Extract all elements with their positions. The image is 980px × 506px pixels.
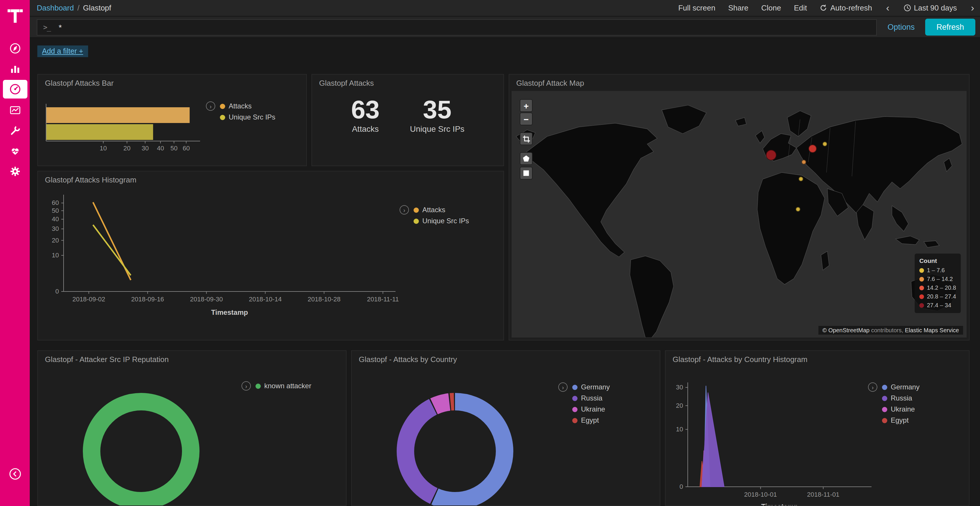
legend-dot	[220, 114, 225, 120]
chart-legend: › known attacker	[242, 381, 311, 390]
sidebar-item-timelion[interactable]	[0, 100, 30, 120]
refresh-button[interactable]: Refresh	[925, 19, 975, 36]
add-filter-link[interactable]: Add a filter +	[37, 46, 88, 57]
map-controls: + −	[520, 99, 533, 179]
svg-text:40: 40	[157, 144, 164, 152]
share-button[interactable]: Share	[728, 3, 748, 12]
sidebar-item-discover[interactable]	[0, 38, 30, 58]
legend-item[interactable]: Unique Src IPs	[414, 217, 469, 225]
time-back-chevron[interactable]: ‹	[885, 3, 891, 13]
openstreetmap-link[interactable]: © OpenStreetMap	[822, 327, 870, 333]
map-marker	[809, 145, 817, 153]
legend-dot	[572, 395, 578, 401]
country-donut-chart	[352, 351, 660, 506]
svg-text:2018-11-01: 2018-11-01	[807, 491, 839, 498]
time-forward-chevron[interactable]: ›	[970, 3, 975, 13]
options-link[interactable]: Options	[888, 23, 915, 32]
metric-label: Attacks	[351, 124, 380, 134]
kibana-dashboard-page: Dashboard / Glastopf Full screen Share C…	[0, 0, 980, 506]
clone-button[interactable]: Clone	[761, 3, 781, 12]
svg-text:Timestamp: Timestamp	[211, 308, 248, 316]
legend-toggle[interactable]: ›	[399, 205, 409, 214]
metric-label: Unique Src IPs	[410, 124, 465, 134]
breadcrumb-dashboard-link[interactable]: Dashboard	[37, 3, 74, 12]
legend-item[interactable]: Egypt	[882, 416, 920, 424]
legend-dot	[920, 303, 924, 308]
legend-dot	[414, 207, 419, 213]
legend-toggle[interactable]: ›	[206, 102, 215, 111]
legend-item[interactable]: Unique Src IPs	[220, 113, 275, 121]
map-marker	[796, 207, 800, 212]
topbar-actions: Full screen Share Clone Edit Auto-refres…	[678, 3, 975, 13]
sidebar-item-monitoring[interactable]	[0, 141, 30, 161]
map-zoom-in-button[interactable]: +	[520, 99, 533, 112]
legend-toggle[interactable]: ›	[558, 382, 568, 392]
svg-text:20: 20	[123, 144, 130, 152]
map-legend-item: 20.8 – 27.4	[920, 292, 956, 301]
legend-item[interactable]: Germany	[572, 383, 610, 391]
legend-dot	[882, 384, 887, 390]
sidebar-item-management[interactable]	[0, 161, 30, 181]
legend-label: Attacks	[422, 206, 445, 214]
map-zoom-out-button[interactable]: −	[520, 113, 533, 125]
crop-icon	[522, 135, 530, 143]
svg-text:20: 20	[676, 402, 683, 409]
legend-dot	[882, 407, 887, 412]
svg-text:60: 60	[52, 199, 59, 206]
legend-dot	[882, 395, 887, 401]
map-marker	[766, 150, 776, 160]
query-prompt-icon: >_	[43, 23, 51, 31]
sidebar-item-dashboard[interactable]	[0, 79, 30, 100]
legend-item[interactable]: Ukraine	[572, 405, 610, 413]
svg-text:10: 10	[52, 252, 59, 259]
legend-toggle[interactable]: ›	[868, 382, 877, 392]
time-picker-button[interactable]: Last 90 days	[903, 3, 957, 12]
legend-item[interactable]: Egypt	[572, 416, 610, 424]
legend-label: Russia	[581, 394, 602, 402]
legend-item[interactable]: Ukraine	[882, 405, 920, 413]
svg-text:30: 30	[52, 225, 59, 232]
sidebar-item-dev-tools[interactable]	[0, 120, 30, 141]
panel-title: Glastopf - Attacks by Country Histogram	[673, 355, 807, 364]
wrench-icon	[9, 124, 21, 136]
legend-item[interactable]: known attacker	[256, 382, 311, 390]
world-map	[512, 91, 967, 338]
legend-label: Attacks	[229, 102, 252, 110]
legend-item[interactable]: Russia	[572, 394, 610, 402]
elastic-maps-link[interactable]: Elastic Maps Service	[905, 327, 959, 333]
legend-toggle[interactable]: ›	[242, 381, 251, 390]
legend-dot	[920, 294, 924, 299]
legend-dot	[256, 383, 261, 389]
legend-label: Egypt	[581, 416, 599, 424]
legend-item[interactable]: Germany	[882, 383, 920, 391]
sidebar-collapse-button[interactable]	[0, 468, 30, 481]
map-crop-tool-button[interactable]	[520, 132, 533, 145]
edit-button[interactable]: Edit	[794, 3, 807, 12]
auto-refresh-button[interactable]: Auto-refresh	[820, 3, 872, 12]
svg-text:2018-10-28: 2018-10-28	[308, 295, 340, 303]
telekom-logo-icon	[7, 5, 22, 23]
map-polygon-tool-button[interactable]	[520, 152, 533, 165]
map-rectangle-tool-button[interactable]	[520, 167, 533, 179]
search-input[interactable]	[59, 22, 175, 32]
legend-item[interactable]: Attacks	[220, 102, 275, 110]
legend-item[interactable]: Russia	[882, 394, 920, 402]
full-screen-button[interactable]: Full screen	[678, 3, 715, 12]
search-input-box[interactable]: >_	[37, 19, 877, 35]
svg-text:10: 10	[100, 144, 107, 152]
legend-item[interactable]: Attacks	[414, 206, 469, 214]
attribution-text: contributors,	[869, 327, 905, 333]
metric-attacks: 63 Attacks	[351, 95, 380, 134]
legend-label: Russia	[891, 394, 912, 402]
chart-legend: › AttacksUnique Src IPs	[206, 102, 275, 121]
auto-refresh-label: Auto-refresh	[830, 3, 872, 12]
map-canvas[interactable]: + − Count	[512, 91, 967, 338]
metric-group: 63 Attacks 35 Unique Src IPs	[312, 95, 503, 134]
svg-text:10: 10	[676, 425, 683, 433]
heartbeat-icon	[9, 145, 21, 157]
sidebar-nav	[0, 38, 30, 181]
sidebar-item-visualize[interactable]	[0, 58, 30, 79]
svg-text:0: 0	[679, 483, 683, 490]
panel-title: Glastopf Attacks	[319, 79, 374, 87]
legend-label: Unique Src IPs	[422, 217, 469, 225]
